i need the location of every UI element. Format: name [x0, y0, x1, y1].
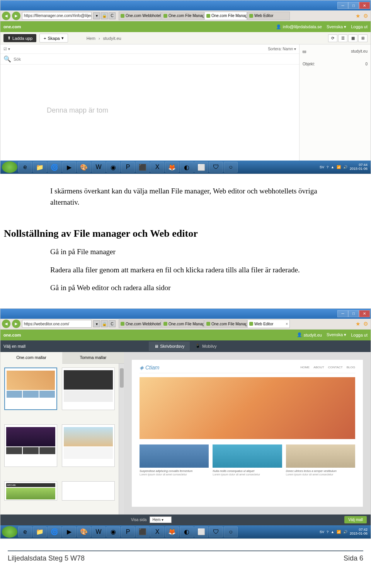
tray-volume-icon[interactable]: 🔊: [343, 530, 347, 534]
window-minimize-button[interactable]: ─: [337, 310, 348, 317]
tray-flag-icon[interactable]: ▲: [331, 165, 334, 169]
list-view-button[interactable]: ☰: [338, 34, 347, 42]
refresh-icon[interactable]: C: [109, 12, 116, 19]
taskbar-lang[interactable]: SV: [320, 165, 324, 169]
taskbar-ie-icon[interactable]: e: [18, 162, 32, 173]
window-maximize-button[interactable]: □: [348, 2, 359, 9]
tray-network-icon[interactable]: 📶: [337, 530, 341, 534]
gear-icon[interactable]: ⚙: [362, 12, 369, 19]
lock-icon[interactable]: 🔒: [101, 320, 108, 327]
language-menu[interactable]: Svenska ▾: [327, 24, 346, 29]
logout-link[interactable]: Logga ut: [351, 333, 368, 337]
tray-network-icon[interactable]: 📶: [337, 165, 341, 169]
search-input[interactable]: [14, 57, 296, 62]
taskbar-firefox-icon[interactable]: 🦊: [165, 526, 179, 537]
taskbar-shield-icon[interactable]: 🛡: [209, 162, 223, 173]
star-icon[interactable]: ★: [354, 12, 361, 19]
taskbar-powerpoint-icon[interactable]: P: [121, 162, 135, 173]
tile-view-button[interactable]: ⊞: [358, 34, 368, 42]
taskbar-app-icon[interactable]: ⬜: [194, 162, 208, 173]
taskbar-app-icon[interactable]: ⬜: [194, 526, 208, 537]
taskbar-excel-icon[interactable]: X: [150, 526, 164, 537]
start-button[interactable]: [2, 161, 17, 173]
taskbar-word-icon[interactable]: W: [92, 162, 106, 173]
tab-onecom-templates[interactable]: One.com mallar: [0, 352, 62, 364]
user-menu[interactable]: 👤info@liljedalsdata.se: [276, 24, 322, 29]
actions-menu[interactable]: ☑ ▾: [3, 47, 10, 51]
taskbar-app-icon[interactable]: 🌀: [48, 162, 61, 173]
mobile-view-button[interactable]: 📱Mobilvy: [190, 341, 222, 351]
window-close-button[interactable]: ✕: [359, 2, 370, 9]
taskbar-explorer-icon[interactable]: 📁: [33, 526, 47, 537]
template-thumbnail[interactable]: [62, 481, 115, 501]
taskbar-excel-icon[interactable]: X: [150, 162, 164, 173]
star-icon[interactable]: ★: [354, 320, 361, 327]
language-menu[interactable]: Svenska ▾: [327, 332, 346, 337]
scrollbar-thumb[interactable]: [120, 368, 124, 388]
taskbar-app-icon[interactable]: 🌀: [48, 526, 61, 537]
taskbar-app-icon[interactable]: ⬛: [136, 526, 150, 537]
sort-dropdown[interactable]: Sortera: Namn ▾: [268, 47, 296, 51]
browser-tab-active[interactable]: Web Editor×: [247, 320, 290, 328]
nav-forward-button[interactable]: ►: [12, 12, 20, 20]
tray-volume-icon[interactable]: 🔊: [343, 165, 347, 169]
refresh-button[interactable]: ⟳: [328, 34, 337, 42]
window-close-button[interactable]: ✕: [359, 310, 370, 317]
browser-tab[interactable]: One.com Webbhotell - Domä...: [119, 12, 161, 20]
choose-template-button[interactable]: Välj mall: [344, 516, 367, 523]
taskbar-lang[interactable]: SV: [320, 530, 324, 534]
help-icon[interactable]: ?: [327, 530, 328, 534]
url-bar[interactable]: https://webeditor.one.com/: [22, 320, 92, 328]
upload-button[interactable]: ⬆Ladda upp: [3, 34, 36, 42]
taskbar-clock[interactable]: 07:42 2015-01-06: [350, 528, 369, 536]
browser-tab[interactable]: One.com Webbhotell - Domä...: [119, 320, 161, 328]
taskbar-app-icon[interactable]: ◐: [180, 162, 194, 173]
taskbar-powerpoint-icon[interactable]: P: [121, 526, 135, 537]
nav-forward-button[interactable]: ►: [12, 320, 20, 328]
user-menu[interactable]: 👤studyit.eu: [297, 332, 322, 337]
template-thumbnail[interactable]: ARCHIE: [4, 481, 57, 501]
taskbar-media-icon[interactable]: ▶: [62, 526, 76, 537]
browser-tab[interactable]: One.com File Manager: [162, 320, 204, 328]
refresh-icon[interactable]: C: [109, 320, 116, 327]
taskbar-app-icon[interactable]: ○: [224, 526, 238, 537]
taskbar-app-icon[interactable]: ○: [224, 162, 238, 173]
taskbar-paint-icon[interactable]: 🎨: [77, 162, 91, 173]
scrollbar[interactable]: [119, 364, 124, 514]
browser-tab[interactable]: One.com File Manager: [162, 12, 204, 20]
template-thumbnail[interactable]: [4, 368, 57, 410]
gear-icon[interactable]: ⚙: [362, 320, 369, 327]
taskbar-app-icon[interactable]: ◐: [180, 526, 194, 537]
tab-close-icon[interactable]: ×: [286, 322, 288, 326]
taskbar-word-icon[interactable]: W: [92, 526, 106, 537]
taskbar-media-icon[interactable]: ▶: [62, 162, 76, 173]
tray-flag-icon[interactable]: ▲: [331, 530, 334, 534]
template-thumbnail[interactable]: [62, 368, 115, 410]
breadcrumb-item[interactable]: Hem: [87, 36, 95, 41]
desktop-view-button[interactable]: 🖥Skrivbordsvy: [149, 342, 190, 351]
grid-view-button[interactable]: ▦: [348, 34, 357, 42]
url-bar[interactable]: https://filemanager.one.com/#info@liljed…: [22, 12, 92, 20]
start-button[interactable]: [2, 526, 17, 538]
taskbar-clock[interactable]: 07:44 2015-01-06: [350, 163, 369, 171]
taskbar-paint-icon[interactable]: 🎨: [77, 526, 91, 537]
taskbar-firefox-icon[interactable]: 🦊: [165, 162, 179, 173]
template-thumbnail[interactable]: [4, 424, 57, 467]
browser-tab[interactable]: One.com File Manager: [204, 320, 247, 328]
taskbar-explorer-icon[interactable]: 📁: [33, 162, 47, 173]
help-icon[interactable]: ?: [327, 165, 328, 169]
taskbar-ie-icon[interactable]: e: [18, 526, 32, 537]
dropdown-icon[interactable]: ▾: [93, 12, 100, 19]
browser-tab[interactable]: Web Editor: [247, 12, 290, 20]
taskbar-shield-icon[interactable]: 🛡: [209, 526, 223, 537]
logout-link[interactable]: Logga ut: [351, 24, 368, 29]
taskbar-app-icon[interactable]: ⬛: [136, 162, 150, 173]
browser-tab-active[interactable]: One.com File Manager×: [204, 12, 247, 20]
nav-back-button[interactable]: ◄: [2, 12, 10, 20]
create-button[interactable]: + Skapa ▾: [39, 34, 68, 43]
window-minimize-button[interactable]: ─: [337, 2, 348, 9]
taskbar-chrome-icon[interactable]: ◉: [106, 162, 120, 173]
taskbar-chrome-icon[interactable]: ◉: [106, 526, 120, 537]
lock-icon[interactable]: 🔒: [101, 12, 108, 19]
dropdown-icon[interactable]: ▾: [93, 320, 100, 327]
